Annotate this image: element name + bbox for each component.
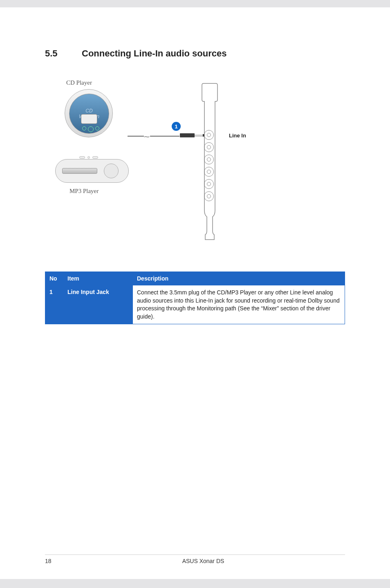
page-number: 18: [45, 558, 61, 564]
port-icon: [204, 191, 214, 201]
section-title: Connecting Line-In audio sources: [82, 48, 226, 59]
th-desc: Description: [133, 272, 345, 285]
bracket-ports: [204, 130, 214, 201]
mp3-player-icon: [55, 159, 129, 183]
cd-player-icon: CD Walkman: [65, 89, 113, 137]
cell-item: Line Input Jack: [63, 285, 133, 324]
port-icon: [204, 167, 214, 177]
page-footer: 18 ASUS Xonar DS: [0, 558, 390, 564]
line-in-label: Line In: [229, 132, 246, 139]
cd-player-label: CD Player: [66, 79, 92, 86]
cd-player-brand-1: CD: [85, 108, 92, 114]
callout-badge-1: 1: [172, 122, 181, 131]
port-icon: [204, 179, 214, 189]
section-heading: 5.5 Connecting Line-In audio sources: [45, 48, 345, 59]
book-title: ASUS Xonar DS: [61, 558, 345, 564]
port-icon: [204, 142, 214, 152]
port-icon: [204, 155, 214, 164]
cell-no: 1: [45, 285, 63, 324]
table-row: 1 Line Input Jack Connect the 3.5mm plug…: [45, 285, 345, 324]
cell-desc: Connect the 3.5mm plug of the CD/MP3 Pla…: [133, 285, 345, 324]
connection-diagram: CD Player CD Walkman: [45, 79, 345, 251]
section-number: 5.5: [45, 48, 82, 59]
port-description-table: No Item Description 1 Line Input Jack Co…: [45, 272, 345, 324]
mp3-player-label: MP3 Player: [69, 188, 99, 195]
th-item: Item: [63, 272, 133, 285]
th-no: No: [45, 272, 63, 285]
port-line-in-icon: [204, 130, 214, 140]
